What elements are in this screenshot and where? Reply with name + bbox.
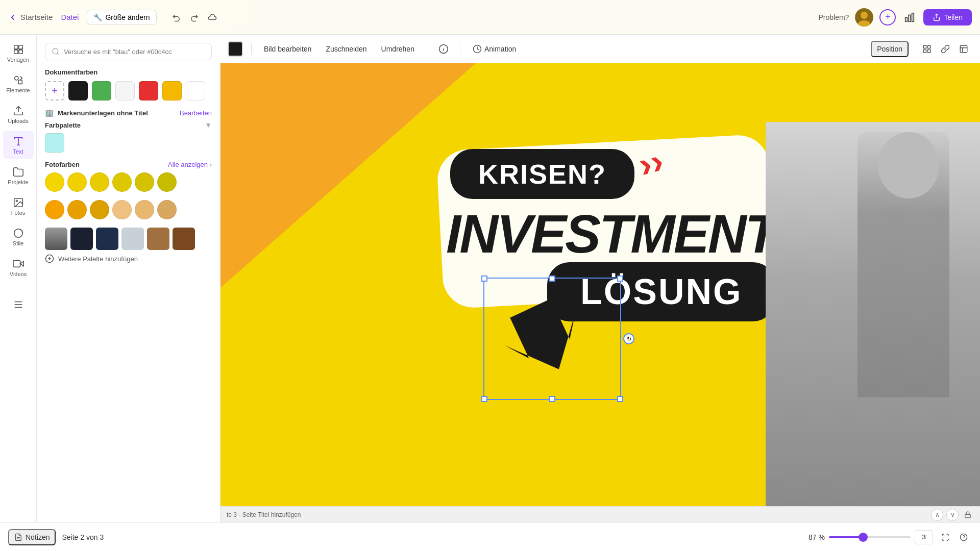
palette-color-cyan[interactable] [45,133,64,153]
sidebar-label-elemente: Elemente [6,87,30,93]
all-colors-button[interactable]: Alle anzeigen › [168,161,212,168]
sidebar-label-projekte: Projekte [8,179,28,185]
avatar[interactable] [855,8,873,27]
foto-color-1[interactable] [45,172,64,192]
help-button[interactable] [955,529,972,545]
sidebar-item-customize[interactable] [3,290,34,319]
add-color-button[interactable]: + [45,81,64,101]
foto-thumb-3[interactable] [96,228,118,250]
info-button[interactable] [435,41,452,57]
foto-color-9[interactable] [90,200,109,219]
notes-button[interactable]: Notizen [8,529,56,545]
flip-button[interactable]: Umdrehen [377,42,419,56]
problem-button[interactable]: Problem? [818,13,849,21]
cloud-save-button[interactable] [204,10,221,25]
canvas-area[interactable]: KRISEN? INVESTMENT LÖSUNG [220,63,980,522]
rotate-handle[interactable]: ↻ [623,333,634,344]
page-down-button[interactable]: ∨ [946,509,959,521]
add-user-button[interactable]: + [879,9,896,26]
doc-color-white2[interactable] [186,81,205,101]
edit-image-button[interactable]: Bild bearbeiten [260,42,315,56]
page-num-box[interactable]: 3 [915,530,933,544]
foto-thumb-5[interactable] [147,228,169,250]
customize-icon [13,299,24,310]
undo-button[interactable] [169,10,184,25]
grid-overlay-button[interactable] [919,41,935,57]
arrow-element[interactable] [486,283,603,395]
sidebar-item-vorlagen[interactable]: Vorlagen [3,39,34,67]
sidebar-item-videos[interactable]: Videos [3,253,34,282]
sidebar-item-fotos[interactable]: Fotos [3,192,34,220]
foto-thumb-1[interactable] [45,228,67,250]
expand-button[interactable] [937,529,953,545]
doc-color-yellow[interactable] [162,81,182,101]
top-bar-right: Problem? + Teilen [818,8,972,27]
share-button[interactable]: Teilen [923,9,972,26]
foto-color-3[interactable] [90,172,109,192]
palette-arrow-icon[interactable]: ▼ [205,121,212,129]
svg-rect-17 [18,45,22,48]
crop-button[interactable]: Zuschneiden [322,42,371,56]
sidebar-label-uploads: Uploads [8,118,28,124]
foto-color-4[interactable] [112,172,132,192]
home-button[interactable]: Startseite [8,13,53,22]
handle-bm[interactable] [549,396,555,402]
svg-rect-5 [912,13,914,21]
sidebar-label-fotos: Fotos [11,210,26,216]
svg-rect-29 [13,260,20,267]
sidebar-item-elemente[interactable]: Elemente [3,69,34,98]
foto-color-7[interactable] [45,200,64,219]
doc-color-white[interactable] [115,81,135,101]
edit-brand-button[interactable]: Bearbeiten [180,109,212,117]
brand-icon: 🏢 [45,109,54,117]
more-palette-button[interactable]: Weitere Palette hinzufügen [45,254,212,263]
link-button[interactable] [937,41,953,57]
animation-button[interactable]: Animation [469,41,520,57]
foto-thumb-4[interactable] [121,228,144,250]
foto-color-6[interactable] [157,172,177,192]
lock-canvas-button[interactable] [962,509,974,521]
foto-color-8[interactable] [67,200,87,219]
crop-label: Zuschneiden [326,45,366,53]
doc-color-green[interactable] [92,81,111,101]
resize-button[interactable]: 🔧 Größe ändern [87,10,156,25]
investment-text[interactable]: INVESTMENT [446,204,776,265]
palette-label: Farbpalette [45,121,81,129]
arrow-svg [486,283,603,395]
folder-icon [13,166,24,178]
foto-color-5[interactable] [135,172,154,192]
plus-circle-icon [45,254,54,263]
color-swatch-toolbar[interactable] [228,41,243,57]
position-button[interactable]: Position [871,41,909,57]
frame-icon [959,44,968,54]
page-up-button[interactable]: ∧ [931,509,943,521]
krisen-text-box[interactable]: KRISEN? [450,149,634,199]
foto-color-11[interactable] [135,200,154,219]
doc-color-red[interactable] [139,81,158,101]
grid-icon [922,44,932,54]
foto-thumbs-row [45,228,212,250]
sidebar-item-uploads[interactable]: Uploads [3,100,34,129]
sidebar-item-stile[interactable]: Stile [3,222,34,251]
text-icon [13,136,24,147]
frame-button[interactable] [955,41,972,57]
svg-point-26 [16,200,17,202]
foto-color-2[interactable] [67,172,87,192]
sidebar-item-projekte[interactable]: Projekte [3,161,34,190]
foto-thumb-6[interactable] [173,228,195,250]
foto-header: Fotofarben Alle anzeigen › [45,161,212,168]
doc-color-black[interactable] [68,81,88,101]
foto-thumb-2[interactable] [70,228,93,250]
zoom-slider[interactable] [829,536,911,538]
stats-button[interactable] [902,10,917,25]
redo-button[interactable] [186,10,202,25]
foto-color-12[interactable] [157,200,177,219]
svg-point-1 [861,12,868,19]
handle-br[interactable] [617,396,623,402]
foto-colors-row1 [45,172,212,192]
handle-bl[interactable] [481,396,487,402]
sidebar-item-text[interactable]: Text [3,131,34,159]
search-input[interactable] [64,48,205,56]
file-menu[interactable]: Datei [61,13,79,21]
foto-color-10[interactable] [112,200,132,219]
